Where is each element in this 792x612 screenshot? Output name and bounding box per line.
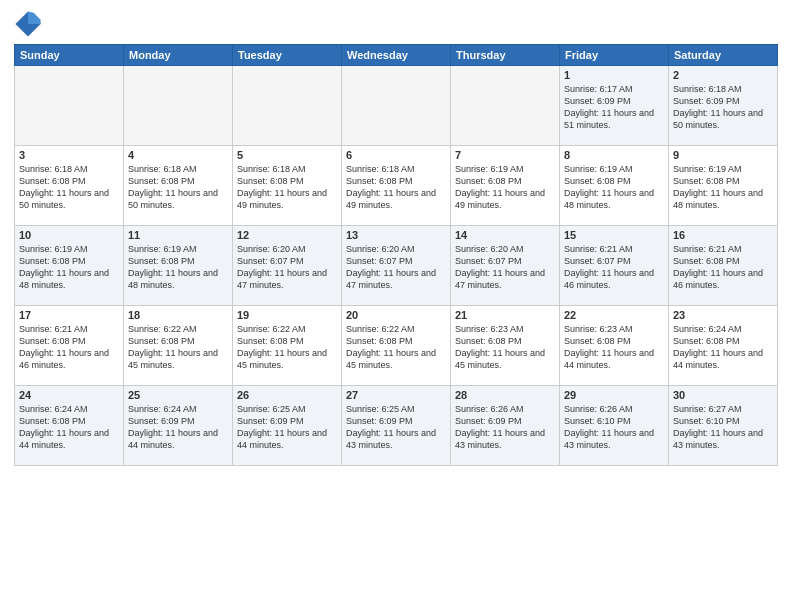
calendar-header-friday: Friday — [560, 45, 669, 66]
calendar-week-row: 1Sunrise: 6:17 AM Sunset: 6:09 PM Daylig… — [15, 66, 778, 146]
calendar-week-row: 24Sunrise: 6:24 AM Sunset: 6:08 PM Dayli… — [15, 386, 778, 466]
day-info: Sunrise: 6:19 AM Sunset: 6:08 PM Dayligh… — [455, 163, 555, 212]
calendar-cell: 12Sunrise: 6:20 AM Sunset: 6:07 PM Dayli… — [233, 226, 342, 306]
day-info: Sunrise: 6:21 AM Sunset: 6:08 PM Dayligh… — [673, 243, 773, 292]
calendar-cell: 5Sunrise: 6:18 AM Sunset: 6:08 PM Daylig… — [233, 146, 342, 226]
calendar-cell: 3Sunrise: 6:18 AM Sunset: 6:08 PM Daylig… — [15, 146, 124, 226]
day-number: 20 — [346, 309, 446, 321]
calendar-cell — [233, 66, 342, 146]
day-number: 16 — [673, 229, 773, 241]
calendar-header-thursday: Thursday — [451, 45, 560, 66]
calendar-cell: 6Sunrise: 6:18 AM Sunset: 6:08 PM Daylig… — [342, 146, 451, 226]
day-info: Sunrise: 6:21 AM Sunset: 6:07 PM Dayligh… — [564, 243, 664, 292]
day-number: 12 — [237, 229, 337, 241]
day-number: 2 — [673, 69, 773, 81]
calendar-week-row: 10Sunrise: 6:19 AM Sunset: 6:08 PM Dayli… — [15, 226, 778, 306]
day-number: 4 — [128, 149, 228, 161]
day-info: Sunrise: 6:19 AM Sunset: 6:08 PM Dayligh… — [128, 243, 228, 292]
day-number: 26 — [237, 389, 337, 401]
calendar-cell: 13Sunrise: 6:20 AM Sunset: 6:07 PM Dayli… — [342, 226, 451, 306]
day-info: Sunrise: 6:20 AM Sunset: 6:07 PM Dayligh… — [455, 243, 555, 292]
calendar-cell — [15, 66, 124, 146]
calendar-cell: 28Sunrise: 6:26 AM Sunset: 6:09 PM Dayli… — [451, 386, 560, 466]
day-number: 22 — [564, 309, 664, 321]
calendar-table: SundayMondayTuesdayWednesdayThursdayFrid… — [14, 44, 778, 466]
day-number: 3 — [19, 149, 119, 161]
day-number: 30 — [673, 389, 773, 401]
calendar-cell: 25Sunrise: 6:24 AM Sunset: 6:09 PM Dayli… — [124, 386, 233, 466]
day-number: 8 — [564, 149, 664, 161]
calendar-cell: 19Sunrise: 6:22 AM Sunset: 6:08 PM Dayli… — [233, 306, 342, 386]
calendar-header-sunday: Sunday — [15, 45, 124, 66]
day-info: Sunrise: 6:25 AM Sunset: 6:09 PM Dayligh… — [346, 403, 446, 452]
svg-marker-2 — [28, 11, 41, 24]
calendar-cell: 20Sunrise: 6:22 AM Sunset: 6:08 PM Dayli… — [342, 306, 451, 386]
calendar-header-row: SundayMondayTuesdayWednesdayThursdayFrid… — [15, 45, 778, 66]
day-info: Sunrise: 6:22 AM Sunset: 6:08 PM Dayligh… — [128, 323, 228, 372]
day-number: 25 — [128, 389, 228, 401]
logo — [14, 10, 46, 38]
day-info: Sunrise: 6:25 AM Sunset: 6:09 PM Dayligh… — [237, 403, 337, 452]
calendar-cell: 4Sunrise: 6:18 AM Sunset: 6:08 PM Daylig… — [124, 146, 233, 226]
calendar-cell: 1Sunrise: 6:17 AM Sunset: 6:09 PM Daylig… — [560, 66, 669, 146]
day-info: Sunrise: 6:26 AM Sunset: 6:09 PM Dayligh… — [455, 403, 555, 452]
calendar-cell — [342, 66, 451, 146]
day-info: Sunrise: 6:21 AM Sunset: 6:08 PM Dayligh… — [19, 323, 119, 372]
calendar-cell: 2Sunrise: 6:18 AM Sunset: 6:09 PM Daylig… — [669, 66, 778, 146]
calendar-header-wednesday: Wednesday — [342, 45, 451, 66]
day-number: 9 — [673, 149, 773, 161]
day-info: Sunrise: 6:18 AM Sunset: 6:08 PM Dayligh… — [346, 163, 446, 212]
calendar-header-tuesday: Tuesday — [233, 45, 342, 66]
day-number: 18 — [128, 309, 228, 321]
calendar-cell: 26Sunrise: 6:25 AM Sunset: 6:09 PM Dayli… — [233, 386, 342, 466]
day-number: 11 — [128, 229, 228, 241]
calendar-cell: 29Sunrise: 6:26 AM Sunset: 6:10 PM Dayli… — [560, 386, 669, 466]
day-number: 6 — [346, 149, 446, 161]
calendar-cell: 9Sunrise: 6:19 AM Sunset: 6:08 PM Daylig… — [669, 146, 778, 226]
calendar-week-row: 17Sunrise: 6:21 AM Sunset: 6:08 PM Dayli… — [15, 306, 778, 386]
day-info: Sunrise: 6:26 AM Sunset: 6:10 PM Dayligh… — [564, 403, 664, 452]
day-info: Sunrise: 6:24 AM Sunset: 6:08 PM Dayligh… — [673, 323, 773, 372]
day-info: Sunrise: 6:23 AM Sunset: 6:08 PM Dayligh… — [564, 323, 664, 372]
day-number: 13 — [346, 229, 446, 241]
day-info: Sunrise: 6:19 AM Sunset: 6:08 PM Dayligh… — [564, 163, 664, 212]
day-number: 24 — [19, 389, 119, 401]
day-number: 27 — [346, 389, 446, 401]
calendar-week-row: 3Sunrise: 6:18 AM Sunset: 6:08 PM Daylig… — [15, 146, 778, 226]
logo-icon — [14, 10, 42, 38]
calendar-header-saturday: Saturday — [669, 45, 778, 66]
calendar-cell: 14Sunrise: 6:20 AM Sunset: 6:07 PM Dayli… — [451, 226, 560, 306]
day-info: Sunrise: 6:18 AM Sunset: 6:09 PM Dayligh… — [673, 83, 773, 132]
day-info: Sunrise: 6:19 AM Sunset: 6:08 PM Dayligh… — [19, 243, 119, 292]
day-number: 17 — [19, 309, 119, 321]
day-info: Sunrise: 6:18 AM Sunset: 6:08 PM Dayligh… — [237, 163, 337, 212]
calendar-cell — [451, 66, 560, 146]
day-info: Sunrise: 6:23 AM Sunset: 6:08 PM Dayligh… — [455, 323, 555, 372]
day-info: Sunrise: 6:18 AM Sunset: 6:08 PM Dayligh… — [128, 163, 228, 212]
day-number: 28 — [455, 389, 555, 401]
day-info: Sunrise: 6:22 AM Sunset: 6:08 PM Dayligh… — [346, 323, 446, 372]
calendar-cell: 21Sunrise: 6:23 AM Sunset: 6:08 PM Dayli… — [451, 306, 560, 386]
day-info: Sunrise: 6:18 AM Sunset: 6:08 PM Dayligh… — [19, 163, 119, 212]
day-number: 15 — [564, 229, 664, 241]
page: SundayMondayTuesdayWednesdayThursdayFrid… — [0, 0, 792, 612]
day-number: 23 — [673, 309, 773, 321]
calendar-cell: 30Sunrise: 6:27 AM Sunset: 6:10 PM Dayli… — [669, 386, 778, 466]
calendar-cell: 22Sunrise: 6:23 AM Sunset: 6:08 PM Dayli… — [560, 306, 669, 386]
calendar-cell — [124, 66, 233, 146]
day-info: Sunrise: 6:22 AM Sunset: 6:08 PM Dayligh… — [237, 323, 337, 372]
header — [14, 10, 778, 38]
calendar-cell: 8Sunrise: 6:19 AM Sunset: 6:08 PM Daylig… — [560, 146, 669, 226]
day-number: 5 — [237, 149, 337, 161]
calendar-cell: 15Sunrise: 6:21 AM Sunset: 6:07 PM Dayli… — [560, 226, 669, 306]
day-info: Sunrise: 6:24 AM Sunset: 6:09 PM Dayligh… — [128, 403, 228, 452]
calendar-header-monday: Monday — [124, 45, 233, 66]
day-number: 7 — [455, 149, 555, 161]
day-number: 1 — [564, 69, 664, 81]
calendar-cell: 17Sunrise: 6:21 AM Sunset: 6:08 PM Dayli… — [15, 306, 124, 386]
calendar-cell: 27Sunrise: 6:25 AM Sunset: 6:09 PM Dayli… — [342, 386, 451, 466]
calendar-cell: 7Sunrise: 6:19 AM Sunset: 6:08 PM Daylig… — [451, 146, 560, 226]
calendar-cell: 10Sunrise: 6:19 AM Sunset: 6:08 PM Dayli… — [15, 226, 124, 306]
day-number: 14 — [455, 229, 555, 241]
calendar-cell: 18Sunrise: 6:22 AM Sunset: 6:08 PM Dayli… — [124, 306, 233, 386]
